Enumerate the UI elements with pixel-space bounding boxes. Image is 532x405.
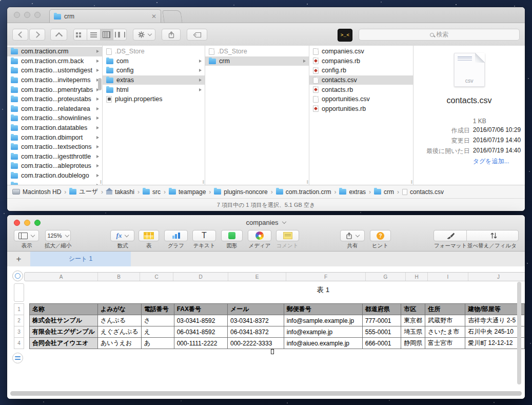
finder-item[interactable]: opportunities.csv [309,94,413,104]
finder-item[interactable]: com.tractio...ableproteus [7,161,102,171]
table-header-cell[interactable]: 住所 [425,304,465,315]
minimize-button[interactable] [24,12,30,18]
finder-item[interactable]: com.tractio...inviteperms [7,75,102,85]
finder-item[interactable]: .DS_Store [205,47,309,56]
insert-text-button[interactable]: T [192,230,216,241]
finder-item[interactable]: html [103,85,205,94]
path-item[interactable]: src [143,188,161,196]
finder-item[interactable]: com [103,56,205,66]
table-cell[interactable]: 富士宮市 [425,338,465,349]
tag-button[interactable] [187,29,207,41]
add-sheet-button[interactable]: + [7,252,30,266]
finder-item[interactable]: com.tractio...pmentrytabs [7,85,102,94]
path-item[interactable]: com.traction.crm [276,188,331,196]
back-button[interactable] [12,29,28,41]
table-cell[interactable]: えぐざんぷる [97,326,141,338]
column-header-D[interactable]: D [173,273,228,281]
finder-item[interactable]: extras [103,75,205,85]
path-item[interactable]: ユーザ [69,187,98,196]
column-header-C[interactable]: C [140,273,173,281]
path-item[interactable]: crm [374,188,394,196]
finder-item[interactable]: com.tractio...igestthrottle [7,152,102,162]
finder-item[interactable]: crm [205,56,309,66]
comment-button[interactable] [276,230,299,241]
table-header-cell[interactable]: 電話番号 [141,304,174,315]
up-button[interactable] [50,29,67,41]
new-tab-button[interactable] [162,10,183,23]
finder-item[interactable]: com.tractio...proteustabs [7,94,102,104]
zoom-menu-button[interactable]: 125% [45,230,71,241]
sort-filter-button[interactable] [469,230,518,241]
insert-media-button[interactable] [248,230,271,241]
zoom-button[interactable] [34,12,41,18]
column-header-B[interactable]: B [98,273,140,281]
window-controls[interactable] [14,12,41,18]
table-cell[interactable]: あいうえお [97,338,141,349]
search-field[interactable]: 検索 [359,29,520,41]
select-table-circle[interactable] [12,271,23,281]
sheet-tab[interactable]: シート 1 [30,252,131,266]
table-cell[interactable]: 06-0341-8372 [227,326,284,338]
finder-item[interactable]: contacts.rb [309,85,413,94]
finder-item[interactable]: config.rb [309,66,413,75]
table-title[interactable]: 表 1 [317,285,330,295]
insert-chart-button[interactable] [164,230,188,241]
table-header-cell[interactable]: FAX番号 [174,304,227,315]
finder-item[interactable]: com.traction.crm [7,47,102,56]
path-item[interactable]: extras [339,188,366,196]
action-menu-button[interactable] [133,29,155,41]
column-header-H[interactable]: H [406,273,428,281]
table-cell[interactable]: 000-1111-2222 [174,338,227,349]
table-resize-handle[interactable] [271,349,274,354]
row-gutter-blank[interactable] [14,283,24,302]
finder-item[interactable]: companies.csv [309,47,413,56]
insert-table-button[interactable] [139,230,159,241]
add-tags-link[interactable]: タグを追加... [473,157,521,166]
table-cell[interactable]: 03-0341-8592 [174,315,227,326]
formula-button[interactable]: fx [110,230,134,241]
table-cell[interactable]: info@sample.example.jp [284,315,362,326]
finder-item[interactable]: companies.rb [309,56,413,66]
path-item[interactable]: contacts.csv [402,188,444,196]
table-cell[interactable]: 666-0001 [362,338,401,349]
finder-item[interactable]: plugin.properties [103,94,205,104]
table-cell[interactable]: info@aiueo.example.jp [284,338,362,349]
close-button[interactable] [14,12,20,18]
column-header-E[interactable]: E [228,273,286,281]
horizontal-scrollbar-thumb[interactable] [10,391,522,396]
table-cell[interactable]: 石川中央 245-10 [465,326,525,338]
column-scrollbar-thumb[interactable] [98,78,102,90]
finder-item[interactable]: com.traction.dbimport [7,132,102,142]
column-header-F[interactable]: F [286,273,366,281]
list-view-button[interactable] [87,29,101,40]
forward-button[interactable] [29,29,45,41]
table-header-cell[interactable]: 名称 [30,304,98,315]
finder-item[interactable]: com.traction.datatables [7,123,102,133]
table-cell[interactable]: 東京都 [401,315,425,326]
finder-item[interactable]: opportunities.rb [309,104,413,114]
table-header-cell[interactable]: よみがな [97,304,141,315]
icon-view-button[interactable] [74,29,87,40]
finder-item[interactable]: contacts.csv [309,75,413,85]
table-cell[interactable]: 000-2222-3333 [227,338,284,349]
table-header-cell[interactable]: メール [227,304,284,315]
path-item[interactable]: takashi [106,188,134,196]
format-button[interactable] [434,230,467,241]
finder-item[interactable]: com.traction.crm.back [7,56,102,66]
row-number-1[interactable]: 1 [14,303,24,315]
column-header-G[interactable]: G [366,273,406,281]
path-item[interactable]: plugins-noncore [214,188,267,196]
tips-button[interactable]: ? [370,230,391,241]
finder-item[interactable]: com.tractio...relatedarea [7,104,102,114]
table-cell[interactable]: 555-0001 [362,326,401,338]
share-button[interactable] [340,230,365,241]
table-cell[interactable]: 06-0341-8592 [174,326,227,338]
tab-close-icon[interactable]: ✕ [151,13,156,20]
table-cell[interactable]: 合同会社アイウエオ [30,338,98,349]
column-view-button[interactable] [101,29,114,40]
column-header-J[interactable]: J [468,273,525,281]
table-cell[interactable]: 有限会社エグザンプル [30,326,98,338]
table-cell[interactable]: 株式会社サンプル [30,315,98,326]
table-cell[interactable]: 吉祥寺大通り 2-5 [465,315,525,326]
table-cell[interactable]: info@example.jp [284,326,362,338]
